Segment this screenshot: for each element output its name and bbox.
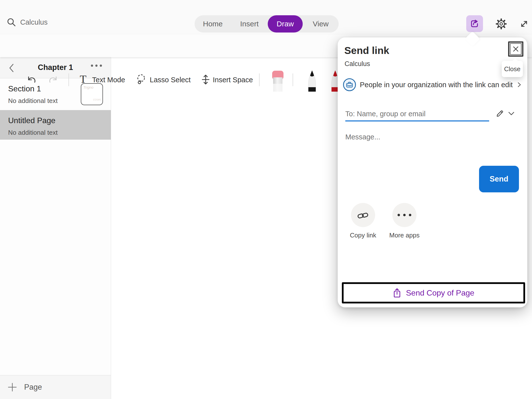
copy-link-button[interactable] (351, 203, 375, 227)
expand-icon (519, 18, 530, 29)
toolbar-divider (259, 73, 260, 86)
page-row-untitled-selected[interactable]: Untitled Page No additional text (0, 110, 111, 140)
lasso-select-button[interactable]: Lasso Select (150, 76, 191, 84)
share-up-icon (393, 288, 401, 298)
tab-draw[interactable]: Draw (268, 15, 303, 33)
tab-view[interactable]: View (303, 15, 339, 33)
tooltip-label: Close (504, 65, 520, 73)
notebook-search[interactable]: Calculus (6, 17, 48, 27)
undo-icon (26, 75, 37, 85)
page-row-subtitle: No additional text (8, 97, 58, 105)
plus-icon (7, 382, 17, 392)
dialog-subtitle: Calculus (345, 60, 370, 68)
thumbnail-ink-text: Trigno (83, 85, 93, 89)
section-menu-button[interactable] (91, 65, 102, 67)
copy-link-label: Copy link (343, 232, 383, 239)
close-icon (512, 45, 519, 53)
tab-home[interactable]: Home (195, 15, 231, 33)
top-bar: Calculus Home Insert Draw View (0, 0, 532, 34)
toolbar-divider (68, 73, 69, 86)
link-icon (357, 209, 369, 221)
page-list-sidebar: Chapter 1 Section 1 No additional text T… (0, 57, 111, 399)
search-icon (6, 17, 16, 27)
lasso-select-icon[interactable] (135, 73, 147, 86)
tab-insert[interactable]: Insert (231, 15, 268, 33)
insert-space-button[interactable]: Insert Space (213, 76, 253, 84)
redo-button[interactable] (48, 74, 59, 86)
undo-button[interactable] (26, 74, 37, 86)
recipient-input-underline (345, 120, 489, 121)
add-page-button[interactable]: Page (0, 375, 111, 399)
send-copy-of-page-button[interactable]: Send Copy of Page (342, 282, 525, 303)
recipient-input[interactable]: To: Name, group or email (345, 110, 426, 118)
add-page-label: Page (24, 383, 42, 392)
redo-icon (48, 75, 59, 85)
close-button[interactable] (508, 41, 523, 57)
send-link-dialog: Send link Calculus Close People in your … (338, 37, 527, 307)
settings-button[interactable] (495, 18, 507, 30)
organization-icon (343, 78, 356, 91)
eraser-tool[interactable] (270, 70, 285, 92)
toolbar-divider (293, 73, 293, 86)
close-tooltip: Close (502, 61, 523, 77)
share-icon (469, 18, 480, 29)
close-button-focus-ring (510, 43, 522, 55)
page-row-subtitle: No additional text (8, 129, 58, 136)
thumbnail-ink-text: cosec (93, 98, 101, 101)
more-apps-button[interactable] (392, 203, 416, 227)
link-permissions-label: People in your organization with the lin… (360, 81, 513, 89)
page-row-title: Untitled Page (8, 116, 55, 125)
gear-icon (496, 18, 507, 30)
message-input[interactable]: Message... (345, 133, 380, 141)
link-permissions-button[interactable]: People in your organization with the lin… (343, 78, 522, 91)
chevron-right-icon (517, 81, 522, 88)
send-button[interactable]: Send (479, 166, 519, 192)
fullscreen-button[interactable] (518, 18, 530, 30)
text-mode-button[interactable]: Text Mode (92, 76, 125, 84)
more-apps-label: More apps (385, 232, 424, 239)
text-mode-icon[interactable]: T (80, 74, 86, 85)
recipient-options-button[interactable] (507, 109, 516, 118)
notebook-name: Calculus (20, 18, 48, 26)
dialog-title: Send link (344, 45, 389, 56)
page-thumbnail: Trigno cosec (81, 83, 103, 105)
tooltip-arrow (512, 58, 518, 64)
insert-space-icon[interactable] (200, 73, 211, 86)
pencil-icon (495, 108, 505, 118)
share-button[interactable] (466, 15, 483, 32)
ribbon-tabs: Home Insert Draw View (195, 15, 339, 33)
more-apps-icon (398, 214, 411, 216)
send-copy-label: Send Copy of Page (406, 288, 474, 298)
chevron-down-icon (507, 110, 515, 117)
edit-recipient-button[interactable] (495, 108, 505, 119)
black-pen-tool[interactable] (305, 70, 319, 92)
